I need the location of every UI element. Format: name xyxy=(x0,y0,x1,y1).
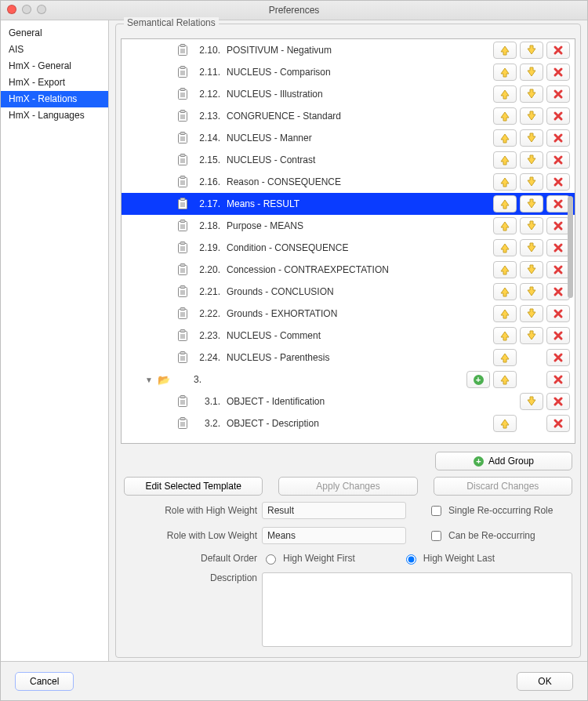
move-up-button[interactable] xyxy=(493,195,517,212)
zoom-window-button[interactable] xyxy=(37,5,46,14)
discard-changes-button[interactable]: Discard Changes xyxy=(434,477,572,496)
relation-row[interactable]: 2.13.CONGRUENCE - Standard xyxy=(122,105,575,127)
sidebar-item-hmx-relations[interactable]: HmX - Relations xyxy=(1,91,108,107)
delete-button[interactable] xyxy=(546,173,570,191)
relation-row[interactable]: 2.14.NUCLEUS - Manner xyxy=(122,127,575,149)
sidebar-item-general[interactable]: General xyxy=(1,25,108,42)
relation-row[interactable]: 2.24.NUCLEUS - Parenthesis xyxy=(122,347,575,369)
high-weight-last-radio[interactable] xyxy=(406,554,416,565)
move-up-button[interactable] xyxy=(493,173,517,191)
move-down-button[interactable] xyxy=(520,305,543,322)
move-up-button[interactable] xyxy=(493,371,517,388)
move-down-button[interactable] xyxy=(520,151,543,169)
relation-row[interactable]: 2.23.NUCLEUS - Comment xyxy=(122,325,575,347)
move-up-button[interactable] xyxy=(493,327,517,344)
group-row[interactable]: ▼📂3.+ xyxy=(122,369,575,390)
move-up-button[interactable] xyxy=(493,349,517,366)
sidebar-item-hmx-languages[interactable]: HmX - Languages xyxy=(1,107,108,124)
delete-button[interactable] xyxy=(546,415,570,432)
move-down-button[interactable] xyxy=(520,107,543,125)
close-window-button[interactable] xyxy=(7,5,16,14)
relation-row[interactable]: 2.10.POSITIVUM - Negativum xyxy=(122,39,575,61)
move-up-button[interactable] xyxy=(493,415,517,432)
move-down-button[interactable] xyxy=(520,195,543,212)
delete-button[interactable] xyxy=(546,107,570,125)
delete-button[interactable] xyxy=(546,42,570,59)
move-up-button[interactable] xyxy=(493,151,517,169)
relation-row[interactable]: 2.22.Grounds - EXHORTATION xyxy=(122,303,575,325)
move-up-button[interactable] xyxy=(493,239,517,256)
delete-button[interactable] xyxy=(546,371,570,388)
sidebar-item-hmx-general[interactable]: HmX - General xyxy=(1,58,108,74)
disclosure-triangle-icon[interactable]: ▼ xyxy=(143,376,154,384)
edit-selected-template-button[interactable]: Edit Selected Template xyxy=(124,477,263,496)
delete-button[interactable] xyxy=(546,283,570,300)
preferences-window: Preferences GeneralAISHmX - GeneralHmX -… xyxy=(0,0,588,701)
can-reoccurring-checkbox[interactable] xyxy=(431,531,441,541)
relation-row[interactable]: 2.21.Grounds - CONCLUSION xyxy=(122,281,575,303)
add-group-button[interactable]: + Add Group xyxy=(435,452,572,470)
relation-row[interactable]: 2.15.NUCLEUS - Contrast xyxy=(122,149,575,171)
relation-row[interactable]: 2.11.NUCLEUS - Comparison xyxy=(122,61,575,83)
delete-button[interactable] xyxy=(546,217,570,234)
relation-row[interactable]: 3.2.OBJECT - Description xyxy=(122,412,575,434)
relation-row[interactable]: 2.16.Reason - CONSEQUENCE xyxy=(122,171,575,193)
relation-row[interactable]: 3.1.OBJECT - Identification xyxy=(122,390,575,412)
add-item-button[interactable]: + xyxy=(466,371,490,388)
move-down-button[interactable] xyxy=(520,129,543,147)
relation-row[interactable]: 2.17.Means - RESULT xyxy=(122,193,575,215)
sidebar-item-ais[interactable]: AIS xyxy=(1,42,108,58)
move-down-button[interactable] xyxy=(520,261,543,278)
move-down-button[interactable] xyxy=(520,239,543,256)
description-textarea[interactable] xyxy=(262,572,572,647)
move-up-button[interactable] xyxy=(493,283,517,300)
svg-rect-11 xyxy=(180,89,185,91)
ok-button[interactable]: OK xyxy=(517,672,573,691)
delete-button[interactable] xyxy=(546,393,570,410)
sidebar-item-hmx-export[interactable]: HmX - Export xyxy=(1,74,108,91)
delete-button[interactable] xyxy=(546,151,570,169)
relation-row[interactable]: 2.12.NUCLEUS - Illustration xyxy=(122,83,575,105)
delete-button[interactable] xyxy=(546,261,570,278)
move-up-button[interactable] xyxy=(493,85,517,103)
move-down-button[interactable] xyxy=(520,42,543,59)
delete-button[interactable] xyxy=(546,195,570,212)
role-high-input[interactable] xyxy=(262,502,406,519)
move-down-button[interactable] xyxy=(520,173,543,191)
move-up-button[interactable] xyxy=(493,64,517,81)
cancel-button[interactable]: Cancel xyxy=(15,672,74,691)
delete-button[interactable] xyxy=(546,349,570,366)
svg-rect-26 xyxy=(180,154,185,157)
svg-rect-31 xyxy=(180,176,185,179)
move-up-button[interactable] xyxy=(493,217,517,234)
relation-row[interactable]: 2.19.Condition - CONSEQUENCE xyxy=(122,237,575,259)
relation-row[interactable]: 2.18.Purpose - MEANS xyxy=(122,215,575,237)
delete-button[interactable] xyxy=(546,327,570,344)
move-down-button[interactable] xyxy=(520,327,543,344)
delete-button[interactable] xyxy=(546,239,570,256)
move-up-button[interactable] xyxy=(493,42,517,59)
delete-button[interactable] xyxy=(546,305,570,322)
row-number: 2.24. xyxy=(192,352,223,363)
move-up-button[interactable] xyxy=(493,305,517,322)
move-down-button[interactable] xyxy=(520,85,543,103)
relation-row[interactable]: 2.20.Concession - CONTRAEXPECTATION xyxy=(122,259,575,281)
delete-button[interactable] xyxy=(546,129,570,147)
move-up-button[interactable] xyxy=(493,261,517,278)
scrollbar[interactable] xyxy=(568,196,573,298)
role-low-input[interactable] xyxy=(262,527,406,544)
minimize-window-button[interactable] xyxy=(22,5,31,14)
delete-button[interactable] xyxy=(546,64,570,81)
move-up-button[interactable] xyxy=(493,129,517,147)
svg-rect-16 xyxy=(180,111,185,113)
move-up-button[interactable] xyxy=(493,107,517,125)
move-down-button[interactable] xyxy=(520,393,543,410)
move-down-button[interactable] xyxy=(520,64,543,81)
delete-button[interactable] xyxy=(546,85,570,103)
move-down-button[interactable] xyxy=(520,217,543,234)
high-weight-first-radio[interactable] xyxy=(266,554,276,565)
row-number: 2.12. xyxy=(192,89,223,100)
apply-changes-button[interactable]: Apply Changes xyxy=(278,477,417,496)
single-reoccurring-checkbox[interactable] xyxy=(431,506,441,516)
move-down-button[interactable] xyxy=(520,283,543,300)
